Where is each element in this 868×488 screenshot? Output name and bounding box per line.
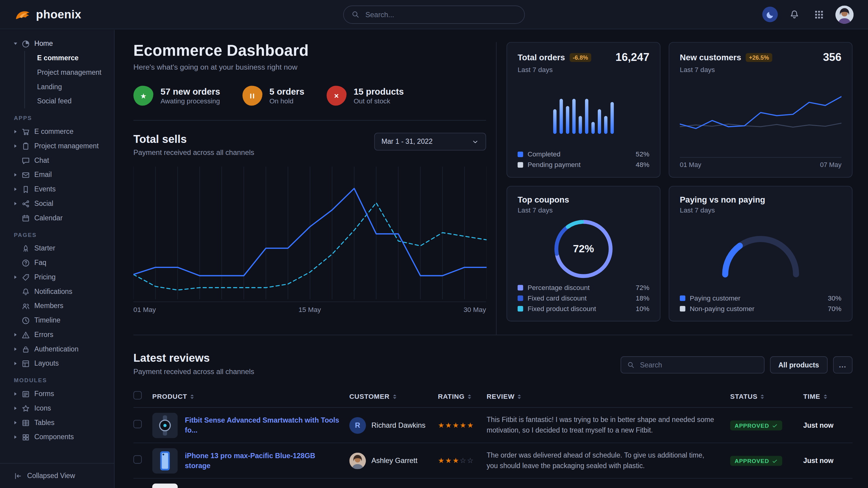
search-icon: [352, 10, 360, 19]
star-icon: ★: [445, 456, 453, 465]
top-navbar: phoenix: [0, 0, 868, 29]
legend-row: Percentage discount 72%: [518, 284, 649, 292]
sidebar-item-authentication[interactable]: Authentication: [0, 342, 114, 356]
sidebar-item-email[interactable]: Email: [0, 168, 114, 182]
x-icon: ×: [326, 86, 346, 106]
legend-swatch: [680, 306, 685, 312]
stat-sublabel: On hold: [269, 97, 304, 105]
rating-stars: ★★★★★: [438, 421, 487, 429]
pause-icon: [242, 86, 262, 106]
sidebar-item-label: Project management: [37, 69, 101, 76]
sidebar-item-ecommerce[interactable]: E commerce: [0, 125, 114, 139]
product-thumbnail[interactable]: [152, 448, 178, 473]
sidebar-item-pricing[interactable]: Pricing: [0, 270, 114, 285]
reviews-search[interactable]: [621, 356, 765, 373]
caret-right-icon: [14, 188, 17, 191]
sidebar-subitem-social-feed[interactable]: Social feed: [25, 94, 114, 108]
all-products-button[interactable]: All products: [770, 356, 827, 373]
product-link[interactable]: Fitbit Sense Advanced Smartwatch with To…: [185, 416, 341, 435]
collapse-icon: [14, 472, 22, 480]
x-tick: 15 May: [299, 306, 321, 314]
tag-icon: [22, 273, 30, 282]
sidebar-item-project-management[interactable]: Project management: [0, 139, 114, 154]
stat-new-orders: ★ 57 new orders Awating processing: [133, 86, 220, 106]
legend-value: 18%: [636, 294, 649, 302]
column-header-review[interactable]: REVIEW: [487, 392, 730, 400]
sidebar-item-label: Events: [34, 185, 56, 193]
global-search-input[interactable]: [364, 10, 517, 19]
sidebar-item-events[interactable]: Events: [0, 182, 114, 197]
column-header-product[interactable]: PRODUCT: [152, 392, 349, 400]
sidebar-item-label: Authentication: [34, 345, 79, 353]
new-customers-card: New customers +26.5% 356 Last 7 days 01 …: [669, 42, 852, 177]
form-icon: [22, 390, 30, 398]
customer-avatar: [349, 452, 366, 469]
apps-grid-button[interactable]: [811, 9, 827, 20]
sidebar-item-starter[interactable]: Starter: [0, 241, 114, 256]
brand-name: phoenix: [36, 8, 81, 21]
layout-icon: [22, 359, 30, 368]
notifications-button[interactable]: [786, 9, 803, 20]
caret-right-icon: [14, 421, 17, 424]
collapsed-view-toggle[interactable]: Collapsed View: [0, 463, 114, 488]
customer-name: Richard Dawkins: [372, 421, 426, 429]
card-period: Last 7 days: [518, 66, 649, 73]
sidebar-item-label: Calendar: [34, 214, 63, 222]
sidebar-item-members[interactable]: Members: [0, 299, 114, 313]
sidebar-item-home[interactable]: Home: [0, 36, 114, 51]
card-period: Last 7 days: [680, 206, 841, 214]
paying-vs-nonpaying-card: Paying vs non paying Last 7 days Paying …: [669, 186, 852, 322]
phoenix-logo-icon: [14, 6, 31, 23]
column-header-status[interactable]: STATUS: [730, 392, 803, 400]
product-thumbnail[interactable]: [152, 412, 178, 438]
theme-toggle-button[interactable]: [762, 7, 777, 22]
legend-row: Fixed product discount 10%: [518, 305, 649, 313]
column-header-time[interactable]: TIME: [803, 392, 853, 400]
sidebar-item-errors[interactable]: Errors: [0, 328, 114, 342]
sidebar-item-faq[interactable]: Faq: [0, 256, 114, 270]
sidebar-item-layouts[interactable]: Layouts: [0, 356, 114, 371]
sidebar-section-modules: MODULES: [0, 378, 114, 383]
check-icon: [772, 423, 778, 429]
column-header-rating[interactable]: RATING: [438, 392, 487, 400]
sidebar-item-notifications[interactable]: Notifications: [0, 284, 114, 299]
sidebar-subitem-ecommerce[interactable]: E commerce: [25, 51, 114, 65]
stat-out-of-stock: × 15 products Out of stock: [326, 86, 404, 106]
sidebar-subitem-project-management[interactable]: Project management: [25, 65, 114, 80]
sidebar-item-label: Project management: [34, 142, 99, 150]
mail-icon: [22, 171, 30, 179]
date-range-select[interactable]: Mar 1 - 31, 2022: [374, 133, 486, 151]
sidebar-item-timeline[interactable]: Timeline: [0, 313, 114, 328]
x-tick: 07 May: [820, 161, 841, 169]
product-thumbnail[interactable]: [152, 483, 178, 488]
global-search[interactable]: [343, 5, 525, 24]
clipboard-icon: [22, 142, 30, 151]
stat-sublabel: Awating processing: [160, 97, 220, 105]
sidebar-item-label: Home: [34, 40, 53, 47]
clock-icon: [22, 316, 30, 325]
sidebar-item-components[interactable]: Components: [0, 430, 114, 444]
sidebar-item-icons[interactable]: Icons: [0, 401, 114, 416]
sidebar-item-calendar[interactable]: Calendar: [0, 211, 114, 225]
row-checkbox[interactable]: [133, 455, 142, 464]
user-avatar[interactable]: [835, 5, 854, 24]
sidebar-item-forms[interactable]: Forms: [0, 387, 114, 401]
reviews-search-input[interactable]: [639, 360, 758, 369]
sidebar-item-label: Forms: [34, 390, 54, 398]
row-checkbox[interactable]: [133, 420, 142, 428]
select-all-checkbox[interactable]: [133, 391, 142, 400]
caret-right-icon: [14, 406, 17, 410]
total-orders-card: Total orders -6.8% 16,247 Last 7 days Co…: [506, 42, 660, 177]
sidebar-item-chat[interactable]: Chat: [0, 153, 114, 168]
sidebar-item-social[interactable]: Social: [0, 197, 114, 211]
legend-swatch: [518, 295, 523, 301]
sidebar-subitem-landing[interactable]: Landing: [25, 79, 114, 94]
sidebar-item-label: Notifications: [34, 288, 72, 295]
customer-cell: R Richard Dawkins: [349, 417, 438, 433]
stat-sublabel: Out of stock: [353, 97, 404, 105]
brand[interactable]: phoenix: [14, 6, 343, 23]
product-link[interactable]: iPhone 13 pro max-Pacific Blue-128GB sto…: [185, 451, 341, 470]
more-options-button[interactable]: ...: [833, 356, 852, 373]
column-header-customer[interactable]: CUSTOMER: [349, 392, 438, 400]
sidebar-item-tables[interactable]: Tables: [0, 415, 114, 430]
